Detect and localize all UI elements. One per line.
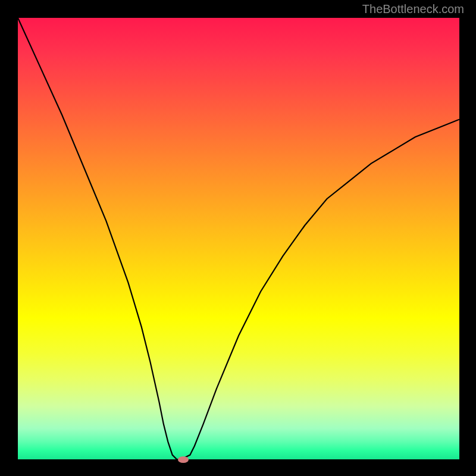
watermark-text: TheBottleneck.com (362, 2, 464, 16)
bottleneck-curve (18, 18, 459, 459)
optimal-marker (178, 456, 189, 463)
